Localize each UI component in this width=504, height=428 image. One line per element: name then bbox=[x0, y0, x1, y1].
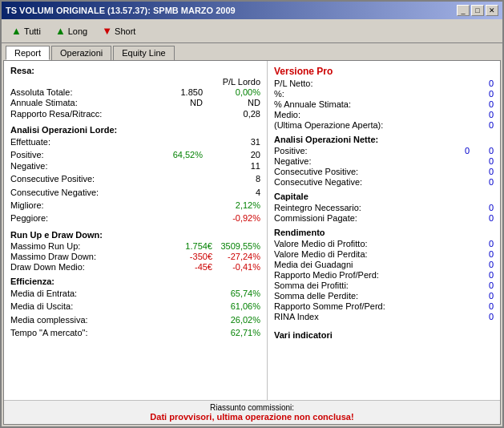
cons-neg-row: Consecutive Negative: 4 bbox=[10, 187, 260, 199]
tempo-val: 62,71% bbox=[231, 327, 260, 339]
assoluta-label: Assoluta Totale: bbox=[10, 87, 137, 97]
short-button[interactable]: ▼ Short bbox=[96, 22, 141, 39]
tempo-label: Tempo "A mercato": bbox=[10, 327, 87, 339]
media-uscita-label: Media di Uscita: bbox=[10, 301, 73, 313]
reintegro-val: 0 bbox=[462, 203, 494, 212]
positive-pct: 64,52% bbox=[139, 150, 203, 159]
efficienza-title: Efficienza: bbox=[10, 277, 260, 286]
tab-report[interactable]: Report bbox=[6, 46, 50, 60]
assoluta-val2: 0,00% bbox=[204, 87, 260, 97]
assoluta-val1: 1.850 bbox=[139, 87, 203, 97]
rapporto-medio-row: Rapporto Medio Prof/Perd: 0 bbox=[274, 270, 494, 280]
medio-row: Medio: 0 bbox=[274, 110, 494, 119]
restore-button[interactable]: □ bbox=[471, 5, 484, 16]
val-medio-perd-val: 0 bbox=[462, 249, 494, 259]
long-button[interactable]: ▲ Long bbox=[50, 22, 93, 39]
pos-nette-val2: 0 bbox=[470, 146, 494, 155]
negative-row: Negative: 11 bbox=[10, 160, 260, 172]
minimize-button[interactable]: _ bbox=[457, 5, 470, 16]
somma-prof-label: Somma dei Profitti: bbox=[274, 281, 462, 290]
draw-medio-val1: -45€ bbox=[156, 262, 212, 272]
tutti-button[interactable]: ▲ Tutti bbox=[6, 22, 46, 39]
pro-title: Versione Pro bbox=[274, 66, 494, 77]
ultima-op-row: (Ultima Operazione Aperta): 0 bbox=[274, 120, 494, 130]
cons-pos-nette-row: Consecutive Positive: 0 bbox=[274, 167, 494, 176]
media-entrata-label: Media di Entrata: bbox=[10, 288, 77, 300]
draw-medio-val2: -0,41% bbox=[212, 262, 260, 272]
max-draw-val1: -350€ bbox=[156, 252, 212, 261]
peggiore-label: Peggiore: bbox=[10, 212, 48, 224]
tutti-label: Tutti bbox=[24, 26, 41, 36]
rapporto-medio-label: Rapporto Medio Prof/Perd: bbox=[274, 270, 462, 280]
comm-pagate-row: Commissioni Pagate: 0 bbox=[274, 213, 494, 223]
migliore-label: Migliore: bbox=[10, 200, 44, 212]
max-run-val2: 3509,55% bbox=[212, 241, 260, 251]
media-entrata-row: Media di Entrata: 65,74% bbox=[10, 288, 260, 300]
tempo-row: Tempo "A mercato": 62,71% bbox=[10, 327, 260, 339]
rapporto-medio-val: 0 bbox=[462, 270, 494, 280]
tab-operazioni[interactable]: Operazioni bbox=[51, 46, 111, 60]
media-guadagni-val: 0 bbox=[462, 260, 494, 269]
reintegro-label: Reintegro Necessario: bbox=[274, 203, 462, 212]
long-label: Long bbox=[68, 26, 87, 36]
annuale-row: Annuale Stimata: ND ND bbox=[10, 98, 260, 107]
positive-label: Positive: bbox=[10, 150, 137, 159]
footer-section: Riassunto commissioni: Dati provvisori, … bbox=[4, 400, 500, 424]
window-title: TS VOLUMI ORIGINALE (13.57.37): SPMB MAR… bbox=[6, 6, 236, 15]
medio-label: Medio: bbox=[274, 110, 462, 119]
val-medio-prof-val: 0 bbox=[462, 239, 494, 248]
max-draw-val2: -27,24% bbox=[212, 252, 260, 261]
cons-neg-nette-row: Consecutive Negative: 0 bbox=[274, 177, 494, 187]
right-panel: Versione Pro P/L Netto: 0 %: 0 % Annuale… bbox=[268, 61, 500, 400]
positive-count: 20 bbox=[204, 150, 260, 159]
short-label: Short bbox=[115, 26, 135, 36]
title-bar: TS VOLUMI ORIGINALE (13.57.37): SPMB MAR… bbox=[2, 2, 502, 19]
tutti-icon: ▲ bbox=[11, 25, 22, 37]
pos-nette-row: Positive: 0 0 bbox=[274, 146, 494, 155]
reintegro-row: Reintegro Necessario: 0 bbox=[274, 203, 494, 212]
pos-nette-label: Positive: bbox=[274, 146, 446, 155]
close-button[interactable]: ✕ bbox=[486, 5, 498, 16]
cons-pos-label: Consecutive Positive: bbox=[10, 173, 95, 185]
perc-row: %: 0 bbox=[274, 89, 494, 99]
media-comp-label: Media complessiva: bbox=[10, 314, 88, 326]
media-entrata-val: 65,74% bbox=[231, 288, 260, 300]
cons-pos-nette-val: 0 bbox=[462, 167, 494, 176]
perc-val: 0 bbox=[462, 89, 494, 99]
max-run-row: Massimo Run Up: 1.754€ 3509,55% bbox=[10, 241, 260, 251]
pl-lordo-header: P/L Lordo bbox=[212, 77, 260, 87]
left-panel: Resa: P/L Lordo Assoluta Totale: 1.850 0… bbox=[4, 61, 268, 400]
somma-prof-row: Somma dei Profitti: 0 bbox=[274, 281, 494, 290]
pl-netto-val: 0 bbox=[462, 79, 494, 88]
draw-medio-row: Draw Down Medio: -45€ -0,41% bbox=[10, 262, 260, 272]
cons-neg-nette-label: Consecutive Negative: bbox=[274, 177, 462, 187]
annuale-label: Annuale Stimata: bbox=[10, 98, 137, 107]
main-window: TS VOLUMI ORIGINALE (13.57.37): SPMB MAR… bbox=[0, 0, 504, 428]
somma-perd-label: Somma delle Perdite: bbox=[274, 291, 462, 301]
cons-pos-row: Consecutive Positive: 8 bbox=[10, 173, 260, 185]
neg-nette-row: Negative: 0 bbox=[274, 156, 494, 166]
effettuate-val: 31 bbox=[251, 136, 260, 148]
window-controls: _ □ ✕ bbox=[457, 5, 498, 16]
max-draw-label: Massimo Draw Down: bbox=[10, 252, 156, 261]
neg-nette-label: Negative: bbox=[274, 156, 462, 166]
main-area: Resa: P/L Lordo Assoluta Totale: 1.850 0… bbox=[4, 61, 500, 400]
cons-neg-val: 4 bbox=[256, 187, 260, 199]
short-icon: ▼ bbox=[102, 25, 112, 37]
ultima-op-val: 0 bbox=[462, 120, 494, 130]
rina-label: RINA Index bbox=[274, 312, 462, 321]
pl-netto-row: P/L Netto: 0 bbox=[274, 79, 494, 88]
tab-equity-line[interactable]: Equity Line bbox=[113, 46, 174, 60]
peggiore-row: Peggiore: -0,92% bbox=[10, 212, 260, 224]
annuale-val2: ND bbox=[204, 98, 260, 107]
footer-warning: Dati provvisori, ultima operazione non c… bbox=[10, 412, 494, 422]
cons-pos-nette-label: Consecutive Positive: bbox=[274, 167, 462, 176]
somma-perd-val: 0 bbox=[462, 291, 494, 301]
pl-netto-label: P/L Netto: bbox=[274, 79, 462, 88]
media-comp-val: 26,02% bbox=[231, 314, 260, 326]
perc-annuale-label: % Annuale Stimata: bbox=[274, 99, 462, 109]
assoluta-row: Assoluta Totale: 1.850 0,00% bbox=[10, 87, 260, 97]
rina-row: RINA Index 0 bbox=[274, 312, 494, 321]
resa-title: Resa: bbox=[10, 66, 260, 75]
cons-pos-val: 8 bbox=[256, 173, 260, 185]
